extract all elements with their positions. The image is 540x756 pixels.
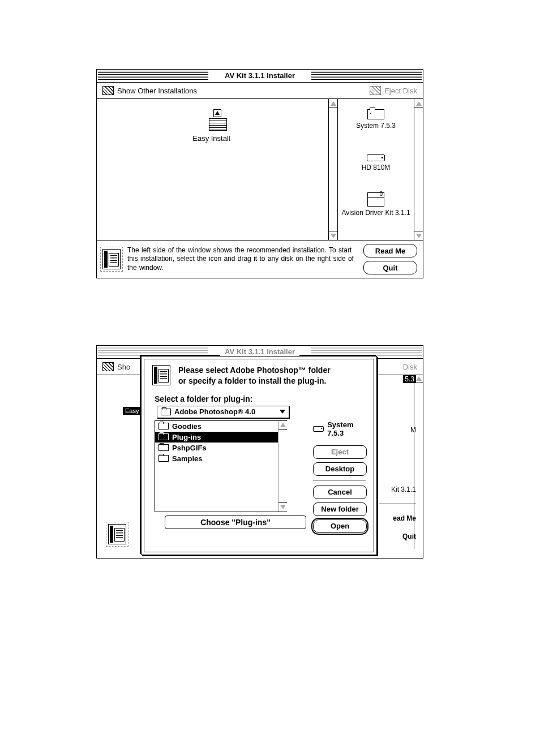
scrollbar[interactable] [414, 99, 423, 240]
list-item-label: PshpGIFs [172, 444, 207, 452]
scroll-down-icon [280, 505, 286, 509]
scrollbar[interactable] [328, 99, 337, 240]
disk-label: System 7.5.3 [338, 122, 414, 130]
window-title: AV Kit 3.1.1 Installer [220, 347, 299, 356]
bg-scrollbar [414, 374, 423, 549]
installations-pane[interactable]: Easy Install [97, 99, 338, 240]
scroll-down-icon [331, 234, 336, 238]
disk-label: HD 810M [338, 164, 414, 171]
open-button[interactable]: Open [313, 519, 367, 533]
titlebar[interactable]: AV Kit 3.1.1 Installer [97, 70, 423, 83]
easy-install-label: Easy Install [97, 134, 326, 143]
list-item[interactable]: Samples [155, 453, 286, 464]
background-right-column: 5.3 M Kit 3.1.1 ead Me Quit [379, 375, 416, 551]
installer-disk-icon[interactable] [102, 249, 121, 269]
choose-label: Choose "Plug-ins" [200, 518, 271, 527]
disk-item[interactable]: HD 810M [338, 154, 414, 171]
disk-label: System 7.5.3 [327, 420, 366, 437]
installer-window-1: AV Kit 3.1.1 Installer Show Other Instal… [96, 69, 423, 278]
scroll-up-icon [416, 101, 422, 106]
readme-button[interactable]: Read Me [363, 244, 417, 257]
popup-label: Adobe Photoshop® 4.0 [174, 407, 255, 416]
desktop-button[interactable]: Desktop [313, 462, 367, 476]
option-bar: Show Other Installations Eject Disk [97, 83, 423, 99]
harddisk-icon [313, 426, 324, 432]
folder-open-icon [161, 409, 171, 415]
hatch-icon [102, 86, 114, 95]
list-item[interactable]: PshpGIFs [155, 443, 286, 453]
scroll-up-icon [331, 101, 336, 106]
scroll-down-icon [416, 234, 422, 238]
chevron-down-icon [280, 410, 285, 414]
harddisk-icon [367, 154, 385, 161]
disks-pane[interactable]: System 7.5.3 HD 810M Avision Driver Kit … [338, 99, 423, 240]
scroll-up-icon [280, 423, 286, 427]
folder-icon [158, 423, 169, 429]
option-label: Eject Disk [384, 87, 417, 95]
bg-label: Kit 3.1.1 [379, 486, 416, 493]
scrollbar[interactable] [278, 421, 287, 512]
folder-list[interactable]: Goodies Plug-ins PshpGIFs Samples [155, 420, 287, 512]
installer-disk-icon [152, 365, 170, 385]
easy-tag: Easy [123, 407, 141, 415]
eject-disk: Eject Disk [370, 86, 417, 95]
quit-button[interactable]: Quit [363, 261, 417, 274]
installer-window-2: AV Kit 3.1.1 Installer Sho Disk Easy 5.3… [96, 345, 423, 559]
disk-item[interactable]: Avision Driver Kit 3.1.1 [338, 192, 414, 217]
dialog-heading: Please select Adobe Photoshop™ folder or… [178, 365, 331, 386]
folder-icon [158, 455, 169, 462]
show-other-trunc: Sho [102, 362, 130, 371]
choose-button[interactable]: Choose "Plug-ins" [165, 516, 306, 529]
newfolder-button[interactable]: New folder [313, 502, 367, 516]
option-label: Sho [117, 363, 130, 371]
bg-label: M [379, 426, 416, 434]
folder-popup[interactable]: Adobe Photoshop® 4.0 [157, 406, 289, 418]
floppy-icon [367, 192, 384, 207]
section-label: Select a folder for plug-in: [144, 389, 374, 406]
easy-install-icon[interactable] [208, 109, 227, 131]
info-text: The left side of the window shows the re… [127, 246, 357, 273]
current-disk[interactable]: System 7.5.3 [313, 420, 366, 437]
window-title: AV Kit 3.1.1 Installer [220, 71, 299, 80]
list-item-label: Plug-ins [172, 433, 201, 441]
option-label: Disk [403, 363, 417, 371]
list-item[interactable]: Goodies [155, 421, 286, 432]
folder-picker-dialog: Please select Adobe Photoshop™ folder or… [141, 356, 377, 555]
disk-item[interactable]: System 7.5.3 [338, 109, 414, 130]
hatch-icon [370, 86, 381, 95]
cancel-button[interactable]: Cancel [313, 486, 367, 499]
list-item-label: Goodies [172, 422, 202, 431]
eject-button: Eject [313, 445, 367, 459]
eject-trunc: Disk [403, 363, 417, 371]
bg-readme: ead Me [379, 514, 416, 522]
list-item[interactable]: Plug-ins [155, 432, 286, 443]
bottom-panel: The left side of the window shows the re… [97, 240, 423, 278]
bg-installer-disk-icon [108, 524, 127, 547]
option-label: Show Other Installations [117, 87, 197, 95]
show-other-installations[interactable]: Show Other Installations [102, 86, 197, 95]
bg-quit: Quit [379, 532, 416, 540]
folder-icon [158, 433, 169, 440]
list-item-label: Samples [172, 454, 202, 463]
folder-icon [158, 444, 169, 451]
scroll-up-icon [416, 376, 422, 381]
hatch-icon [102, 362, 114, 371]
system-folder-icon [367, 109, 384, 119]
disk-label: Avision Driver Kit 3.1.1 [338, 209, 414, 217]
